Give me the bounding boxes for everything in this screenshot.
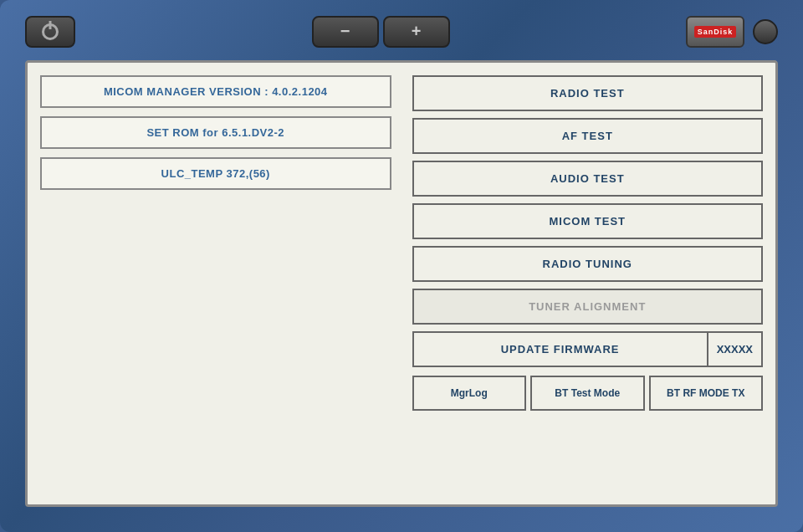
right-panel: RADIO TEST AF TEST AUDIO TEST MICOM TEST… bbox=[412, 75, 764, 492]
bt-test-mode-label: BT Test Mode bbox=[555, 387, 620, 399]
rom-label: SET ROM for 6.5.1.DV2-2 bbox=[146, 126, 284, 139]
main-screen: MICOM MANAGER VERSION : 4.0.2.1204 SET R… bbox=[25, 60, 778, 507]
plus-button[interactable]: + bbox=[383, 16, 450, 48]
bottom-btn-row: MgrLog BT Test Mode BT RF MODE TX bbox=[412, 376, 764, 411]
tuner-alignment-button[interactable]: TUNER ALIGNMENT bbox=[412, 289, 764, 325]
temp-box: ULC_TEMP 372,(56) bbox=[40, 157, 391, 190]
tuner-alignment-label: TUNER ALIGNMENT bbox=[529, 300, 646, 313]
radio-tuning-label: RADIO TUNING bbox=[543, 258, 632, 270]
firmware-code: XXXXX bbox=[707, 333, 761, 366]
usb-label: SanDisk bbox=[694, 26, 737, 38]
radio-test-label: RADIO TEST bbox=[550, 87, 625, 100]
headphone-jack bbox=[753, 19, 778, 44]
micom-test-button[interactable]: MICOM TEST bbox=[412, 203, 764, 239]
bt-rf-mode-tx-button[interactable]: BT RF MODE TX bbox=[649, 376, 764, 411]
version-label: MICOM MANAGER VERSION : 4.0.2.1204 bbox=[104, 85, 328, 98]
bt-test-mode-button[interactable]: BT Test Mode bbox=[530, 376, 645, 411]
top-center-controls: − + bbox=[312, 16, 450, 48]
minus-button[interactable]: − bbox=[312, 16, 379, 48]
bt-rf-mode-tx-label: BT RF MODE TX bbox=[667, 387, 744, 399]
top-right-controls: SanDisk bbox=[686, 16, 778, 48]
audio-test-button[interactable]: AUDIO TEST bbox=[412, 161, 764, 197]
minus-label: − bbox=[340, 22, 350, 41]
device-body: − + SanDisk MICOM MANAGER VERSION : 4.0.… bbox=[0, 0, 803, 532]
audio-test-label: AUDIO TEST bbox=[550, 172, 625, 185]
plus-label: + bbox=[412, 22, 422, 41]
micom-test-label: MICOM TEST bbox=[549, 215, 626, 228]
mgr-log-button[interactable]: MgrLog bbox=[412, 376, 527, 411]
version-box: MICOM MANAGER VERSION : 4.0.2.1204 bbox=[40, 75, 391, 108]
radio-tuning-button[interactable]: RADIO TUNING bbox=[412, 246, 764, 282]
update-firmware-label: UPDATE FIRMWARE bbox=[501, 343, 620, 356]
temp-label: ULC_TEMP 372,(56) bbox=[161, 167, 270, 180]
radio-test-button[interactable]: RADIO TEST bbox=[412, 75, 764, 111]
left-panel: MICOM MANAGER VERSION : 4.0.2.1204 SET R… bbox=[40, 75, 400, 492]
af-test-label: AF TEST bbox=[562, 130, 613, 142]
update-firmware-button[interactable]: UPDATE FIRMWARE bbox=[414, 333, 707, 366]
power-icon bbox=[42, 23, 59, 40]
top-left-controls bbox=[25, 16, 75, 48]
usb-slot: SanDisk bbox=[686, 16, 744, 48]
top-bar: − + SanDisk bbox=[0, 8, 803, 54]
af-test-button[interactable]: AF TEST bbox=[412, 118, 764, 154]
mgr-log-label: MgrLog bbox=[451, 387, 488, 399]
rom-box: SET ROM for 6.5.1.DV2-2 bbox=[40, 116, 391, 149]
power-button[interactable] bbox=[25, 16, 75, 48]
update-firmware-row: UPDATE FIRMWARE XXXXX bbox=[412, 331, 764, 367]
